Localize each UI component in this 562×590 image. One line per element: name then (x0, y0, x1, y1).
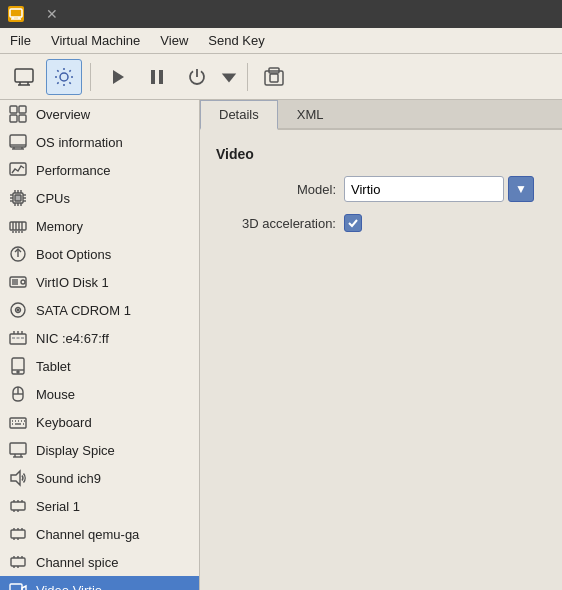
channel-spice-icon (8, 552, 28, 572)
svg-rect-9 (151, 70, 155, 84)
os-icon (8, 132, 28, 152)
sidebar-item-cpus[interactable]: CPUs (0, 184, 199, 212)
svg-rect-90 (11, 530, 25, 538)
model-select[interactable]: Virtio VGA QXL Bochs Ramfb None (344, 176, 504, 202)
tab-xml[interactable]: XML (278, 100, 343, 130)
svg-rect-84 (11, 502, 25, 510)
menu-bar: File Virtual Machine View Send Key (0, 28, 562, 54)
sidebar-item-label: Channel spice (36, 555, 118, 570)
performance-icon (8, 160, 28, 180)
sidebar-item-overview[interactable]: Overview (0, 100, 199, 128)
nic-icon (8, 328, 28, 348)
pause-button[interactable] (139, 59, 175, 95)
display-spice-icon (8, 440, 28, 460)
model-label: Model: (216, 182, 336, 197)
sidebar-item-sata-cdrom-1[interactable]: SATA CDROM 1 (0, 296, 199, 324)
3d-acceleration-checkbox[interactable] (344, 214, 362, 232)
overview-icon (8, 104, 28, 124)
menu-file[interactable]: File (0, 28, 41, 53)
sidebar-item-label: VirtIO Disk 1 (36, 275, 109, 290)
sidebar-item-display-spice[interactable]: Display Spice (0, 436, 199, 464)
menu-send-key[interactable]: Send Key (198, 28, 274, 53)
tab-details[interactable]: Details (200, 100, 278, 130)
sidebar-item-label: Channel qemu-ga (36, 527, 139, 542)
sound-icon (8, 468, 28, 488)
sidebar-item-channel-qemu-ga[interactable]: Channel qemu-ga (0, 520, 199, 548)
menu-view[interactable]: View (150, 28, 198, 53)
svg-rect-64 (21, 337, 24, 339)
sidebar-item-label: Keyboard (36, 415, 92, 430)
svg-rect-62 (12, 337, 15, 339)
toolbar-separator-2 (247, 63, 248, 91)
sidebar-item-video-virtio[interactable]: Video Virtio (0, 576, 199, 590)
svg-marker-8 (113, 70, 124, 84)
sidebar-item-label: Performance (36, 163, 110, 178)
content-area: Details XML Video Model: Virtio VGA QXL … (200, 100, 562, 590)
power-dropdown-button[interactable] (219, 59, 239, 95)
svg-marker-11 (222, 73, 236, 82)
svg-rect-70 (10, 418, 26, 428)
svg-rect-14 (270, 74, 278, 82)
tablet-icon (8, 356, 28, 376)
app-icon (8, 6, 24, 22)
sidebar-item-tablet[interactable]: Tablet (0, 352, 199, 380)
display-button[interactable] (6, 59, 42, 95)
close-icon[interactable]: ✕ (46, 6, 58, 22)
settings-button[interactable] (46, 59, 82, 95)
sidebar-item-performance[interactable]: Performance (0, 156, 199, 184)
sidebar-item-keyboard[interactable]: Keyboard (0, 408, 199, 436)
svg-rect-79 (10, 443, 26, 454)
menu-virtual-machine[interactable]: Virtual Machine (41, 28, 150, 53)
toolbar (0, 54, 562, 100)
sidebar-item-label: Video Virtio (36, 583, 102, 591)
main-area: Overview OS information P (0, 100, 562, 590)
3d-acceleration-row: 3D acceleration: (216, 214, 546, 232)
sidebar-item-label: Mouse (36, 387, 75, 402)
svg-point-67 (17, 371, 19, 373)
sidebar-item-sound-ich9[interactable]: Sound ich9 (0, 464, 199, 492)
model-dropdown-arrow[interactable]: ▼ (508, 176, 534, 202)
3d-acceleration-label: 3D acceleration: (216, 216, 336, 231)
svg-rect-16 (19, 106, 26, 113)
serial-icon (8, 496, 28, 516)
tab-details-content: Video Model: Virtio VGA QXL Bochs Ramfb … (200, 130, 562, 590)
sidebar-item-label: SATA CDROM 1 (36, 303, 131, 318)
sidebar-item-label: NIC :e4:67:ff (36, 331, 109, 346)
svg-rect-0 (10, 9, 22, 17)
sidebar-item-virtio-disk-1[interactable]: VirtIO Disk 1 (0, 268, 199, 296)
boot-icon (8, 244, 28, 264)
sidebar-item-serial-1[interactable]: Serial 1 (0, 492, 199, 520)
mouse-icon (8, 384, 28, 404)
sidebar-item-channel-spice[interactable]: Channel spice (0, 548, 199, 576)
model-select-wrapper: Virtio VGA QXL Bochs Ramfb None ▼ (344, 176, 534, 202)
sidebar: Overview OS information P (0, 100, 200, 590)
model-row: Model: Virtio VGA QXL Bochs Ramfb None ▼ (216, 176, 546, 202)
sidebar-item-os-information[interactable]: OS information (0, 128, 199, 156)
disk-icon (8, 272, 28, 292)
tab-bar: Details XML (200, 100, 562, 130)
video-icon (8, 580, 28, 590)
svg-rect-4 (15, 69, 33, 82)
power-button[interactable] (179, 59, 215, 95)
svg-rect-96 (11, 558, 25, 566)
sidebar-item-nic[interactable]: NIC :e4:67:ff (0, 324, 199, 352)
sidebar-item-memory[interactable]: Memory (0, 212, 199, 240)
play-button[interactable] (99, 59, 135, 95)
sidebar-item-label: Overview (36, 107, 90, 122)
svg-marker-83 (11, 471, 20, 485)
svg-rect-26 (15, 195, 21, 201)
section-title: Video (216, 146, 546, 162)
sidebar-item-mouse[interactable]: Mouse (0, 380, 199, 408)
svg-rect-17 (10, 115, 17, 122)
cpu-icon (8, 188, 28, 208)
svg-rect-63 (17, 337, 20, 339)
sidebar-item-label: Sound ich9 (36, 471, 101, 486)
keyboard-icon (8, 412, 28, 432)
sidebar-item-label: CPUs (36, 191, 70, 206)
sidebar-item-boot-options[interactable]: Boot Options (0, 240, 199, 268)
snapshot-button[interactable] (256, 59, 292, 95)
sidebar-item-label: Display Spice (36, 443, 115, 458)
sidebar-item-label: Serial 1 (36, 499, 80, 514)
svg-rect-10 (159, 70, 163, 84)
svg-rect-18 (19, 115, 26, 122)
